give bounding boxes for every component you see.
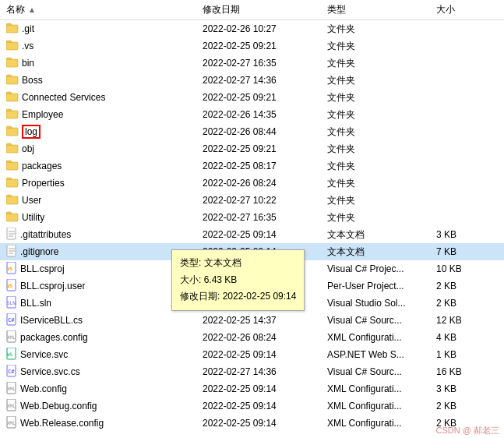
folder-icon	[6, 23, 19, 36]
table-row[interactable]: XML packages.config2022-02-26 08:24XML C…	[0, 329, 504, 346]
file-type: 文本文档	[327, 228, 436, 242]
file-date: 2022-02-25 09:14	[203, 401, 327, 412]
table-row[interactable]: Utility2022-02-27 16:35文件夹	[0, 209, 504, 226]
file-date: 2022-02-26 08:24	[203, 178, 327, 189]
file-type: Visual Studio Sol...	[327, 298, 436, 309]
file-type: 文件夹	[327, 91, 436, 104]
table-row[interactable]: packages2022-02-25 08:17文件夹	[0, 157, 504, 175]
file-name-cell: Boss	[0, 74, 203, 87]
file-name-text: Properties	[22, 178, 65, 189]
table-row[interactable]: .git2022-02-26 10:27文件夹	[0, 20, 504, 37]
file-name-cell: .git	[0, 23, 203, 36]
csproj-icon: VS	[6, 262, 17, 277]
sort-arrow-icon: ▲	[28, 5, 36, 14]
tooltip-size: 大小: 6.43 KB	[180, 272, 296, 289]
file-date: 2022-02-25 14:37	[203, 315, 327, 326]
file-name-text: Web.Release.config	[20, 418, 104, 429]
config-icon: XML	[6, 382, 17, 397]
file-type: 文件夹	[327, 57, 436, 70]
file-type: 文件夹	[327, 177, 436, 190]
table-row[interactable]: C# Service.svc.cs2022-02-27 14:36Visual …	[0, 363, 504, 380]
file-name-text: Utility	[22, 212, 44, 223]
table-row[interactable]: .vs2022-02-25 09:21文件夹	[0, 37, 504, 55]
file-name-cell: Properties	[0, 177, 203, 190]
tooltip: 类型: 文本文档 大小: 6.43 KB 修改日期: 2022-02-25 09…	[171, 249, 305, 311]
table-row[interactable]: Connected Services2022-02-25 09:21文件夹	[0, 89, 504, 106]
file-size: 12 KB	[436, 315, 483, 326]
file-date: 2022-02-25 09:21	[203, 143, 327, 154]
svg-rect-0	[6, 25, 18, 33]
config-icon: XML	[6, 399, 17, 414]
file-type: 文件夹	[327, 74, 436, 87]
col-header-name[interactable]: 名称 ▲	[0, 3, 203, 16]
table-row[interactable]: obj2022-02-25 09:21文件夹	[0, 140, 504, 157]
tooltip-date: 修改日期: 2022-02-25 09:14	[180, 288, 296, 306]
file-date: 2022-02-25 09:14	[203, 349, 327, 360]
table-row[interactable]: bin2022-02-27 16:35文件夹	[0, 55, 504, 72]
svg-rect-6	[6, 128, 18, 136]
file-name-text: Boss	[22, 75, 43, 86]
file-type: Visual C# Sourc...	[327, 315, 436, 326]
file-type: 文件夹	[327, 23, 436, 36]
svg-rect-4	[6, 94, 18, 101]
file-size: 4 KB	[436, 332, 483, 343]
svg-text:WS: WS	[7, 351, 13, 357]
file-name-cell: C# Service.svc.cs	[0, 365, 203, 380]
file-size: 1 KB	[436, 349, 483, 360]
file-name-cell: .vs	[0, 40, 203, 53]
table-row[interactable]: XML Web.Release.config2022-02-25 09:14XM…	[0, 415, 504, 432]
file-size: 2 KB	[436, 298, 483, 309]
folder-icon	[6, 177, 19, 190]
svg-text:XML: XML	[7, 420, 16, 426]
file-type: Visual C# Projec...	[327, 263, 436, 274]
svg-text:VS: VS	[7, 266, 13, 271]
svg-text:XML: XML	[7, 386, 16, 391]
svg-rect-9	[6, 179, 18, 187]
svc-icon: WS	[6, 348, 17, 362]
file-name-cell: C# IServiceBLL.cs	[0, 313, 203, 328]
file-name-text: .vs	[22, 41, 33, 51]
user-icon: VS	[6, 279, 17, 294]
file-type: Per-User Project...	[327, 281, 436, 291]
file-type: XML Configurati...	[327, 418, 436, 429]
table-row[interactable]: Employee2022-02-26 14:35文件夹	[0, 106, 504, 123]
file-date: 2022-02-25 09:21	[203, 41, 327, 51]
file-type: 文件夹	[327, 40, 436, 53]
col-header-type[interactable]: 类型	[327, 3, 436, 16]
file-date: 2022-02-26 10:27	[203, 23, 327, 34]
svg-text:C#: C#	[8, 369, 15, 375]
file-date: 2022-02-25 09:14	[203, 229, 327, 240]
table-row[interactable]: Boss2022-02-27 14:36文件夹	[0, 72, 504, 89]
table-row[interactable]: XML Web.config2022-02-25 09:14XML Config…	[0, 380, 504, 397]
folder-icon	[6, 74, 19, 87]
file-date: 2022-02-27 16:35	[203, 212, 327, 223]
table-row[interactable]: User2022-02-27 10:22文件夹	[0, 192, 504, 209]
table-row[interactable]: XML Web.Debug.config2022-02-25 09:14XML …	[0, 397, 504, 415]
col-header-date[interactable]: 修改日期	[203, 3, 327, 16]
file-type: XML Configurati...	[327, 332, 436, 343]
file-type: 文件夹	[327, 143, 436, 156]
table-row[interactable]: C# IServiceBLL.cs2022-02-25 14:37Visual …	[0, 312, 504, 329]
file-size: 16 KB	[436, 366, 483, 377]
file-name-cell: XML packages.config	[0, 330, 203, 345]
table-row[interactable]: .gitattributes2022-02-25 09:14文本文档3 KB	[0, 226, 504, 243]
file-size: 2 KB	[436, 401, 483, 412]
file-date: 2022-02-25 09:14	[203, 383, 327, 394]
file-type: 文件夹	[327, 194, 436, 207]
table-row[interactable]: Properties2022-02-26 08:24文件夹	[0, 175, 504, 192]
table-row[interactable]: log2022-02-26 08:44文件夹	[0, 123, 504, 140]
file-name-text: BLL.csproj.user	[20, 281, 85, 291]
folder-icon	[6, 91, 19, 104]
file-size: 10 KB	[436, 263, 483, 274]
col-header-size[interactable]: 大小	[436, 3, 483, 16]
file-name-cell: XML Web.Release.config	[0, 416, 203, 431]
file-type: 文件夹	[327, 211, 436, 224]
file-date: 2022-02-26 08:44	[203, 126, 327, 137]
file-name-cell: .gitattributes	[0, 228, 203, 242]
folder-icon	[6, 125, 19, 139]
config-icon: XML	[6, 416, 17, 431]
folder-icon	[6, 194, 19, 207]
table-row[interactable]: WS Service.svc2022-02-25 09:14ASP.NET We…	[0, 346, 504, 363]
file-name-text: Service.svc	[20, 349, 68, 360]
file-date: 2022-02-25 08:17	[203, 161, 327, 171]
